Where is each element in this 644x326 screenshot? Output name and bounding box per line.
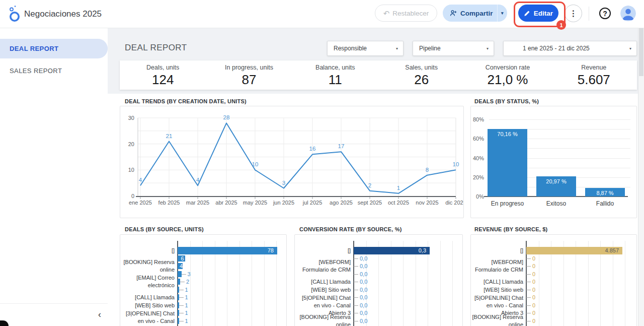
data-label: 8 xyxy=(426,167,429,173)
svg-text:abr 2025: abr 2025 xyxy=(215,200,237,206)
bar-category-label: [BOOKING] Reserva online xyxy=(120,258,175,274)
svg-text:20: 20 xyxy=(128,141,134,147)
kpi-label: Revenue xyxy=(551,64,637,71)
bar-value-label: 0 xyxy=(532,286,535,293)
bar-value-label: 0,0 xyxy=(360,286,367,293)
sidebar-item-label: SALES REPORT xyxy=(10,67,62,75)
bar-value-label: 0,0 xyxy=(360,294,367,301)
svg-text:ene 2025: ene 2025 xyxy=(129,200,152,206)
bar-category-label: En progreso xyxy=(479,200,535,207)
more-options-button[interactable]: ⋮ xyxy=(565,5,582,22)
y-axis-tick: 0% xyxy=(470,193,484,200)
edit-button-label: Editar xyxy=(534,10,553,17)
kpi-in-progress: In progress, units 87 xyxy=(206,60,292,90)
undo-icon: ↶ xyxy=(383,10,390,17)
share-dropdown-toggle[interactable]: ▾ xyxy=(497,5,507,22)
pipeline-filter-dropdown[interactable]: Pipeline ▾ xyxy=(413,41,494,56)
data-label: 21 xyxy=(166,133,173,139)
bar-value-label: 4 xyxy=(177,263,186,270)
kpi-conversion-rate: Conversion rate 21,0 % xyxy=(464,60,550,90)
bar-value-label: 1 xyxy=(185,309,188,316)
bar-value-label: 0 xyxy=(532,278,535,285)
source-bar xyxy=(178,271,182,277)
data-label: 2 xyxy=(368,182,371,188)
annotation-step-badge: 1 xyxy=(556,20,566,30)
data-label: 16 xyxy=(309,146,316,152)
bar-value-label: 8,87 % xyxy=(585,190,625,196)
kpi-label: In progress, units xyxy=(206,64,292,71)
bar-category-label: [WEBFORM] Formulario de CRM xyxy=(296,258,351,274)
restore-button-label: Restablecer xyxy=(392,10,429,17)
bar-category-label: [] xyxy=(470,247,523,254)
bar-category-label: [WEB] Sitio web xyxy=(296,286,351,293)
report-heading: DEAL REPORT xyxy=(125,43,187,53)
pipeline-filter-value: Pipeline xyxy=(413,45,441,52)
add-person-icon xyxy=(450,10,457,17)
svg-text:0: 0 xyxy=(131,193,134,199)
bar-value-label: 0,0 xyxy=(360,271,367,278)
bar-value-label: 1 xyxy=(185,286,188,293)
chart-title-revenue-by-source: REVENUE (BY SOURCE, $) xyxy=(474,226,547,232)
scrollbar-thumb[interactable] xyxy=(639,28,643,76)
date-range-dropdown[interactable]: 1 ene 2025 - 21 dic 2025 ▾ xyxy=(503,41,637,56)
sidebar: DEAL REPORT SALES REPORT ‹ xyxy=(0,28,108,326)
bar-category-label: [BOOKING] Reserva online xyxy=(470,313,523,326)
kpi-balance: Balance, units 11 xyxy=(292,60,378,90)
sidebar-collapse-button[interactable]: ‹ xyxy=(94,308,106,320)
edit-button[interactable]: Editar xyxy=(518,5,558,22)
share-button[interactable]: Compartir ▾ xyxy=(443,5,507,22)
bar-value-label: 0 xyxy=(532,294,535,301)
y-axis-tick: 80% xyxy=(470,116,484,122)
crm-report-screen: Negociaciones 2025 ↶ Restablecer Compart… xyxy=(0,0,644,326)
deal-trends-line-chart: 0102030ene 2025feb 2025mar 2025abr 2025m… xyxy=(120,106,464,218)
sidebar-item-sales-report[interactable]: SALES REPORT xyxy=(0,61,108,81)
bar-value-label: 0 xyxy=(532,317,535,324)
chart-title-deals-by-status: DEALS (BY STATUS, %) xyxy=(474,98,539,104)
bar-value-label: 0,0 xyxy=(360,302,367,309)
svg-text:10: 10 xyxy=(128,167,134,173)
data-label: 1 xyxy=(397,185,400,191)
bar-value-label: 20,97 % xyxy=(536,178,576,184)
data-label: 4 xyxy=(139,177,142,183)
help-button[interactable]: ? xyxy=(599,8,611,19)
chart-title-deals-by-source: DEALS (BY SOURCE, UNITS) xyxy=(125,226,204,232)
responsible-filter-value: Responsible xyxy=(328,45,367,52)
bar-category-label: [WEB] Sitio web xyxy=(120,301,175,309)
y-axis-tick: 60% xyxy=(470,136,484,142)
app-logo-icon xyxy=(8,5,23,25)
revenue-by-source-hbar-chart: []4.8570[WEBFORM] Formulario de CRM00[CA… xyxy=(470,234,637,326)
bar-category-label: [] xyxy=(296,247,351,254)
y-axis-tick: 20% xyxy=(470,174,484,180)
question-icon: ? xyxy=(603,10,607,18)
deals-by-status-bar-chart: 0%20%40%60%80%70,16 %En progreso20,97 %E… xyxy=(470,106,637,218)
responsible-filter-dropdown[interactable]: Responsible ▾ xyxy=(327,41,404,56)
bar-value-label: 0 xyxy=(532,302,535,309)
share-button-main[interactable]: Compartir xyxy=(443,5,497,22)
bar-value-label: 0 xyxy=(532,309,535,316)
bar-category-label: [WEB] Sitio web xyxy=(470,286,523,293)
bar-category-label: [] xyxy=(120,247,175,254)
sidebar-item-deal-report[interactable]: DEAL REPORT xyxy=(0,39,108,58)
bar-category-label: [BOOKING] Reserva online xyxy=(296,313,351,326)
restore-button[interactable]: ↶ Restablecer xyxy=(375,5,437,22)
bar-category-label: Fallido xyxy=(577,200,633,207)
line-chart-canvas: 0102030ene 2025feb 2025mar 2025abr 2025m… xyxy=(120,106,463,218)
kpi-value: 5.607 xyxy=(551,72,637,88)
bar-category-label: [EMAIL] Correo electrónico xyxy=(120,274,175,289)
svg-text:jun 2025: jun 2025 xyxy=(273,200,294,206)
bar-value-label: 3 xyxy=(188,271,191,278)
bar-value-label: 0 xyxy=(532,255,535,262)
chevron-down-icon: ▾ xyxy=(396,46,398,51)
bar-category-label: [3|OPENLINE] Chat en vivo - Canal Abiert… xyxy=(120,309,175,326)
chevron-down-icon: ▾ xyxy=(501,11,504,16)
user-avatar[interactable] xyxy=(620,6,636,21)
bar-value-label: 78 xyxy=(178,247,274,254)
kpi-summary-card: Deals, units 124 In progress, units 87 B… xyxy=(120,60,637,90)
bar-value-label: 0,0 xyxy=(360,278,367,285)
sidebar-divider xyxy=(0,303,108,304)
kpi-label: Balance, units xyxy=(292,64,378,71)
kpi-value: 87 xyxy=(206,72,292,88)
bar-value-label: 0,0 xyxy=(360,317,367,324)
svg-text:nov 2025: nov 2025 xyxy=(416,200,438,206)
kpi-value: 11 xyxy=(292,72,378,88)
